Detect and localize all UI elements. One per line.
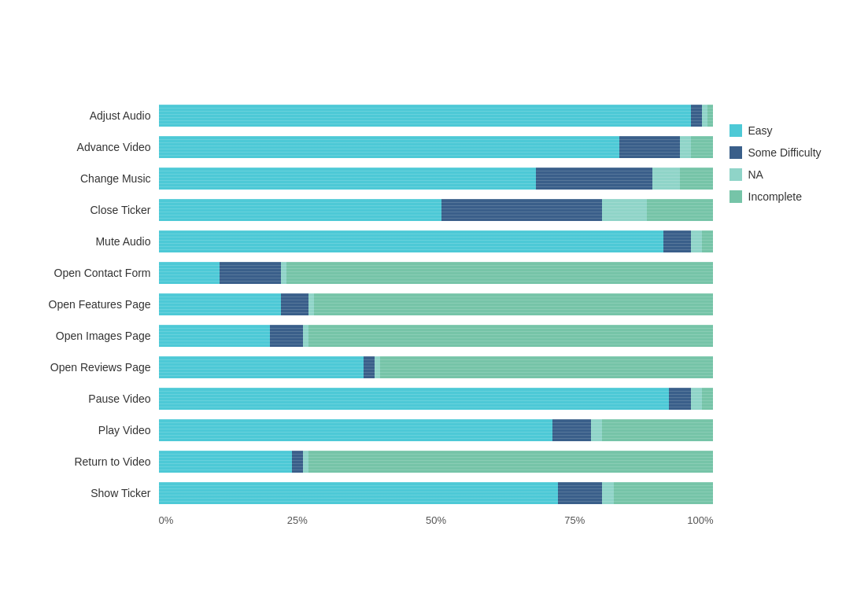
bar-label: Play Video <box>29 424 159 436</box>
bar-segment-incomplete <box>286 262 714 284</box>
x-tick: 25% <box>287 514 308 526</box>
bar-segment-some <box>292 451 303 473</box>
bar-label: Adjust Audio <box>29 109 159 122</box>
bar-track <box>159 482 714 504</box>
legend-swatch-incomplete <box>729 190 742 203</box>
legend-item-easy: Easy <box>729 124 840 137</box>
legend-item-some: Some Difficulty <box>729 146 840 159</box>
chart-body: Adjust AudioAdvance VideoChange MusicClo… <box>29 101 840 530</box>
bar-label: Change Music <box>29 172 159 185</box>
bar-segment-easy <box>159 419 553 441</box>
bar-segment-some <box>552 419 591 441</box>
legend-swatch-na <box>729 168 742 181</box>
bar-row: Open Contact Form <box>29 258 714 288</box>
bar-label: Open Reviews Page <box>29 361 159 374</box>
chart-area: Adjust AudioAdvance VideoChange MusicClo… <box>29 101 714 530</box>
bar-segment-incomplete <box>691 136 713 158</box>
bar-track <box>159 230 714 252</box>
bar-segment-easy <box>159 482 559 504</box>
bar-segment-na <box>308 293 314 315</box>
bar-segment-some <box>558 482 602 504</box>
bar-segment-na <box>602 199 646 221</box>
legend-label-incomplete: Incomplete <box>748 190 802 203</box>
bar-segment-easy <box>159 136 619 158</box>
bar-row: Pause Video <box>29 384 714 414</box>
bar-segment-incomplete <box>707 105 713 127</box>
bar-segment-na <box>303 325 308 347</box>
bar-segment-incomplete <box>380 356 713 378</box>
bar-row: Show Ticker <box>29 478 714 508</box>
bar-track <box>159 388 714 410</box>
legend: EasySome DifficultyNAIncomplete <box>714 101 840 203</box>
bar-segment-incomplete <box>602 419 713 441</box>
bar-segment-na <box>591 419 602 441</box>
bar-segment-easy <box>159 262 220 284</box>
legend-swatch-some <box>729 146 742 159</box>
bar-track <box>159 293 714 315</box>
x-tick: 75% <box>564 514 585 526</box>
bar-label: Open Contact Form <box>29 267 159 279</box>
bar-row: Open Features Page <box>29 289 714 319</box>
bar-track <box>159 105 714 127</box>
bar-segment-incomplete <box>647 199 714 221</box>
bar-row: Adjust Audio <box>29 101 714 131</box>
bar-row: Open Reviews Page <box>29 352 714 382</box>
bar-segment-easy <box>159 293 281 315</box>
bar-label: Close Ticker <box>29 204 159 216</box>
bar-segment-na <box>691 230 702 252</box>
bar-segment-na <box>680 136 691 158</box>
bar-segment-some <box>691 105 702 127</box>
bar-label: Mute Audio <box>29 235 159 248</box>
legend-swatch-easy <box>729 124 742 137</box>
bar-track <box>159 325 714 347</box>
bar-segment-incomplete <box>308 451 714 473</box>
bars-section: Adjust AudioAdvance VideoChange MusicClo… <box>29 101 714 510</box>
bar-segment-na <box>602 482 613 504</box>
bar-segment-easy <box>159 451 292 473</box>
bar-segment-incomplete <box>702 230 713 252</box>
bar-label: Show Ticker <box>29 487 159 499</box>
bar-row: Close Ticker <box>29 195 714 225</box>
legend-label-easy: Easy <box>748 124 773 137</box>
bar-track <box>159 199 714 221</box>
bar-segment-some <box>619 136 681 158</box>
bar-segment-some <box>441 199 602 221</box>
bar-row: Open Images Page <box>29 321 714 351</box>
legend-label-na: NA <box>748 168 763 181</box>
bar-segment-na <box>303 451 308 473</box>
bar-row: Return to Video <box>29 447 714 477</box>
bar-segment-incomplete <box>614 482 714 504</box>
bar-segment-easy <box>159 105 692 127</box>
bar-segment-some <box>270 325 303 347</box>
bar-segment-easy <box>159 325 270 347</box>
legend-label-some: Some Difficulty <box>748 146 822 159</box>
bar-segment-some <box>364 356 375 378</box>
bar-segment-na <box>375 356 380 378</box>
bar-segment-some <box>663 230 691 252</box>
bar-label: Pause Video <box>29 392 159 405</box>
legend-item-incomplete: Incomplete <box>729 190 840 203</box>
bar-segment-easy <box>159 199 442 221</box>
bar-label: Return to Video <box>29 455 159 468</box>
bar-row: Play Video <box>29 415 714 445</box>
legend-item-na: NA <box>729 168 840 181</box>
bar-segment-some <box>281 293 308 315</box>
x-axis: 0%25%50%75%100% <box>159 514 714 530</box>
bar-segment-na <box>281 262 286 284</box>
bar-segment-easy <box>159 356 364 378</box>
bar-segment-na <box>702 105 707 127</box>
bar-track <box>159 136 714 158</box>
bar-segment-easy <box>159 388 670 410</box>
bar-segment-easy <box>159 230 664 252</box>
bar-track <box>159 451 714 473</box>
bar-segment-incomplete <box>702 388 713 410</box>
x-tick: 50% <box>426 514 446 526</box>
x-tick: 0% <box>159 514 174 526</box>
bar-segment-na <box>691 388 702 410</box>
bar-row: Mute Audio <box>29 226 714 256</box>
bar-track <box>159 262 714 284</box>
x-tick: 100% <box>687 514 713 526</box>
bar-segment-na <box>652 168 680 190</box>
bar-track <box>159 356 714 378</box>
bar-row: Advance Video <box>29 132 714 162</box>
